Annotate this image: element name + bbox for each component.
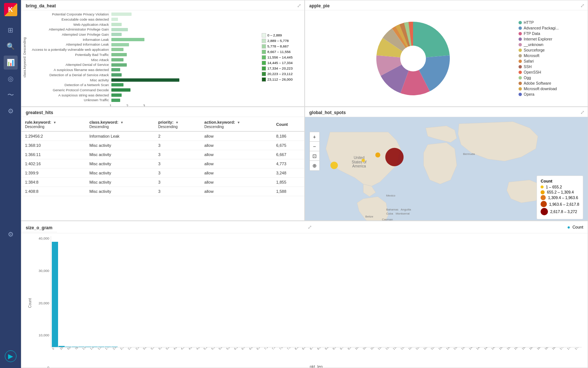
sidebar-icon-timelion[interactable]: 〜 (4, 88, 18, 102)
svg-text:America: America (352, 164, 366, 168)
cell-count: 6,675 (273, 141, 304, 150)
heat-row-label: Web Application Attack (28, 22, 109, 26)
sidebar-icon-home[interactable]: ⊞ (4, 23, 18, 37)
expand-icon-heat[interactable]: ⤢ (297, 3, 301, 8)
y-label-40k: 40,000 (39, 236, 49, 240)
map-legend-range-5: 2,617.8 – 3,272 (550, 209, 577, 214)
cell-class: Misc activity (86, 187, 154, 196)
pie-chart-wrap (308, 18, 519, 99)
histogram-x-labels: 02505127681,0241,2801,5361,7922,0482,304… (51, 347, 582, 363)
cell-priority: 3 (155, 187, 201, 196)
cell-class: Misc activity (86, 141, 154, 150)
histogram-bar (85, 347, 91, 347)
sidebar-icon-visualize[interactable]: 📊 (4, 56, 18, 70)
map-zoom-out-button[interactable]: − (310, 142, 319, 151)
svg-text:Montserrat: Montserrat (395, 212, 410, 215)
cell-count: 1,588 (273, 187, 304, 196)
panel-greatest-hits: greatest_hits rule.keyword: ▼Descending … (21, 107, 305, 221)
heat-row-label: A suspicious string was detected (28, 93, 109, 97)
sidebar-icon-play[interactable]: ▶ (5, 350, 17, 362)
svg-text:Mexico: Mexico (386, 194, 395, 197)
svg-text:Bermuda: Bermuda (463, 152, 475, 156)
panel-title-map: global_hot_spots (305, 107, 588, 117)
pie-content: HTTP Advanced Packagi... FTP Data Intern… (305, 10, 588, 106)
map-legend-range-4: 1,963.6 – 2,617.8 (549, 202, 579, 206)
cell-count: 8,186 (273, 131, 304, 141)
sidebar-icon-dashboard[interactable]: ◎ (4, 72, 18, 86)
pie-legend: HTTP Advanced Packagi... FTP Data Intern… (519, 20, 585, 96)
expand-icon-pie[interactable]: ⤢ (580, 3, 585, 8)
sidebar: K ⊞ 🔍 📊 ◎ 〜 ⚙ ⚙ ▶ (0, 0, 21, 368)
cell-rule: 1:366:11 (21, 150, 86, 159)
cell-rule: 1:368:10 (21, 141, 86, 150)
y-label-30k: 30,000 (39, 269, 49, 273)
map-zoom-in-button[interactable]: + (310, 132, 319, 142)
heat-row-label: Access to a potentially vulnerable web a… (28, 47, 109, 52)
histogram-content: Count 40,000 30,000 20,000 10,000 0 0250… (21, 233, 588, 368)
legend-item-unknown: __unknown (524, 42, 544, 47)
sidebar-icon-devtools[interactable]: ⚙ (4, 104, 18, 118)
panel-size-o-gram: size_o_gram ⤢ ● Count Count 40,000 30,00… (21, 221, 588, 368)
y-label-20k: 20,000 (39, 301, 49, 305)
svg-text:Bahamas: Bahamas (386, 208, 398, 211)
cell-rule: 1:29456:2 (21, 131, 86, 141)
heat-legend-label: 8,667 – 11,556 (268, 50, 291, 54)
legend-item-safari: Safari (524, 59, 534, 63)
heat-row-label: Attempted Information Leak (28, 42, 109, 46)
cell-rule: 1:399:9 (21, 169, 86, 178)
panel-title-pie: apple_pie (305, 0, 588, 10)
cell-action: allow (201, 187, 272, 196)
col-header-rule[interactable]: rule.keyword: ▼Descending (21, 117, 86, 131)
histogram-bar (111, 347, 118, 347)
heat-legend-label: 23,112 – 26,000 (268, 77, 293, 81)
histogram-count-label: Count (573, 225, 583, 229)
table-row: 1:366:11 Misc activity 3 allow 6,667 (21, 150, 304, 159)
map-tool-button[interactable]: ⊕ (310, 161, 319, 170)
heat-row-label: Potentially Bad Traffic (28, 53, 109, 57)
histogram-y-axis: 40,000 30,000 20,000 10,000 0 (32, 236, 51, 368)
legend-item-ogg: Ogg (524, 75, 531, 80)
app-logo[interactable]: K (4, 3, 17, 16)
sidebar-icon-discover[interactable]: 🔍 (4, 39, 18, 53)
map-legend-range-2: 655.2 – 1,309.4 (547, 190, 574, 194)
legend-item-apt: Advanced Packagi... (524, 26, 559, 30)
heat-y-axis-title: class.keyword: Descending (23, 37, 26, 77)
map-legend-range-3: 1,309.4 – 1,963.6 (548, 195, 578, 200)
table-row: 1:402:16 Misc activity 3 allow 4,773 (21, 159, 304, 169)
col-header-priority[interactable]: priority: ▼Descending (155, 117, 201, 131)
col-header-action[interactable]: action.keyword: ▼Descending (201, 117, 272, 131)
cell-priority: 3 (155, 141, 201, 150)
cell-action: allow (201, 150, 272, 159)
heat-row-label: Information Leak (28, 38, 109, 42)
svg-point-15 (385, 148, 404, 166)
heat-row-label: Potential Corporate Privacy Violation (28, 12, 109, 16)
map-legend-title: Count (541, 179, 579, 183)
histogram-bar (52, 242, 58, 347)
col-header-class[interactable]: class.keyword: ▼Descending (86, 117, 154, 131)
expand-icon-histogram[interactable]: ⤢ (303, 221, 316, 233)
heat-legend-label: 20,223 – 23,112 (268, 72, 293, 76)
map-area: United States of America Mexico Bermuda … (305, 117, 588, 221)
cell-priority: 3 (155, 178, 201, 187)
legend-item-http: HTTP (524, 20, 534, 25)
svg-point-17 (375, 152, 380, 158)
sidebar-icon-settings[interactable]: ⚙ (4, 227, 18, 241)
histogram-bar (98, 347, 104, 347)
cell-rule: 1:384:8 (21, 178, 86, 187)
svg-text:Cuba: Cuba (386, 212, 393, 215)
expand-icon-map[interactable]: ⤢ (580, 109, 585, 115)
panel-title-heat: bring_da_heat (21, 0, 304, 10)
table-row: 1:399:9 Misc activity 3 allow 3,248 (21, 169, 304, 178)
panel-title-histogram: size_o_gram (21, 222, 57, 232)
heat-row-label: Misc Attack (28, 58, 109, 62)
cell-action: allow (201, 131, 272, 141)
cell-priority: 3 (155, 169, 201, 178)
cell-rule: 1:408:8 (21, 187, 86, 196)
map-fit-button[interactable]: ⊡ (310, 151, 319, 161)
cell-priority: 3 (155, 159, 201, 169)
legend-item-ftp: FTP Data (524, 31, 540, 36)
cell-count: 6,667 (273, 150, 304, 159)
col-header-count[interactable]: Count (273, 117, 304, 131)
cell-class: Misc activity (86, 169, 154, 178)
heat-legend-label: 0 – 2,889 (268, 33, 282, 37)
